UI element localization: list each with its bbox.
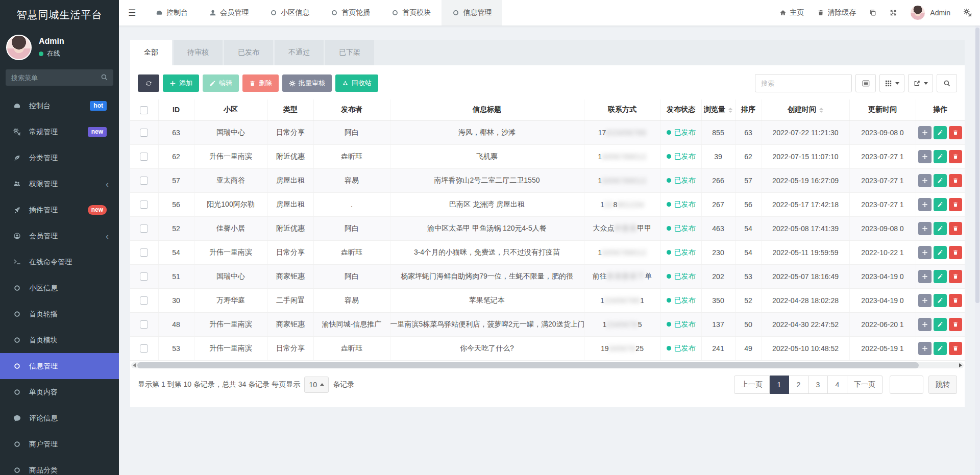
horizontal-scrollbar[interactable] <box>131 362 964 368</box>
edit-row-button[interactable] <box>934 150 947 163</box>
sort-icon[interactable] <box>819 108 823 113</box>
tab-pending[interactable]: 待审核 <box>174 40 223 65</box>
move-button[interactable] <box>918 270 932 283</box>
pagination-page-1[interactable]: 1 <box>770 376 789 394</box>
tab-rejected[interactable]: 不通过 <box>275 40 324 65</box>
edit-button[interactable]: 编辑 <box>203 74 239 92</box>
delete-row-button[interactable] <box>949 198 962 211</box>
tab-offline[interactable]: 已下架 <box>325 40 374 65</box>
detail-view-button[interactable] <box>855 74 876 92</box>
refresh-button[interactable] <box>138 74 159 92</box>
navbar-item-info-manage[interactable]: 信息管理 <box>442 0 502 26</box>
sidebar-item-info-manage[interactable]: 信息管理 <box>0 353 119 379</box>
clear-cache-link[interactable]: 清除缓存 <box>817 8 856 17</box>
edit-row-button[interactable] <box>934 342 947 355</box>
horizontal-scrollbar-thumb[interactable] <box>137 362 919 368</box>
delete-row-button[interactable] <box>949 150 962 163</box>
sort-icon[interactable] <box>728 108 732 113</box>
sidebar-item-command[interactable]: 在线命令管理 <box>0 249 119 275</box>
move-button[interactable] <box>918 222 932 235</box>
pagination-page-2[interactable]: 2 <box>789 376 808 394</box>
pagination-page-4[interactable]: 4 <box>828 376 847 394</box>
page-jump-button[interactable]: 跳转 <box>928 376 957 394</box>
move-button[interactable] <box>918 246 932 259</box>
navbar-item-dashboard[interactable]: 控制台 <box>145 0 199 26</box>
column-header[interactable]: 浏览量 <box>701 99 735 120</box>
row-checkbox[interactable] <box>140 153 148 161</box>
tab-published[interactable]: 已发布 <box>224 40 273 65</box>
columns-button[interactable] <box>879 74 904 92</box>
home-link[interactable]: 主页 <box>779 8 804 17</box>
delete-button[interactable]: 删除 <box>242 74 279 92</box>
row-checkbox[interactable] <box>140 129 148 137</box>
table-search-input[interactable] <box>755 74 852 92</box>
delete-row-button[interactable] <box>949 318 962 331</box>
move-button[interactable] <box>918 174 932 187</box>
fullscreen-icon[interactable] <box>890 9 897 16</box>
vertical-scrollbar[interactable] <box>975 26 980 475</box>
move-button[interactable] <box>918 150 932 163</box>
move-button[interactable] <box>918 342 932 355</box>
sidebar-item-home-module[interactable]: 首页模块 <box>0 327 119 353</box>
delete-row-button[interactable] <box>949 126 962 139</box>
row-checkbox[interactable] <box>140 177 148 185</box>
vertical-scrollbar-thumb[interactable] <box>975 28 979 303</box>
row-checkbox[interactable] <box>140 272 148 281</box>
add-button[interactable]: 添加 <box>163 74 199 92</box>
hamburger-menu-icon[interactable]: ☰ <box>119 0 145 26</box>
delete-row-button[interactable] <box>949 294 962 307</box>
export-button[interactable] <box>908 74 933 92</box>
pagination-prev[interactable]: 上一页 <box>734 376 770 394</box>
delete-row-button[interactable] <box>949 342 962 355</box>
edit-row-button[interactable] <box>934 270 947 283</box>
edit-row-button[interactable] <box>934 222 947 235</box>
page-jump-input[interactable] <box>890 376 923 394</box>
row-checkbox[interactable] <box>140 320 148 329</box>
move-button[interactable] <box>918 294 932 307</box>
edit-row-button[interactable] <box>934 198 947 211</box>
select-all-checkbox[interactable] <box>140 106 148 114</box>
scroll-right-arrow-icon[interactable] <box>959 363 962 367</box>
pagination-next[interactable]: 下一页 <box>847 376 883 394</box>
sidebar-item-goods-category[interactable]: 商品分类 <box>0 457 119 475</box>
delete-row-button[interactable] <box>949 174 962 187</box>
batch-audit-button[interactable]: 批量审核 <box>282 74 332 92</box>
per-page-dropdown[interactable]: 10 <box>304 377 329 393</box>
column-header[interactable]: 创建时间 <box>762 99 849 120</box>
row-checkbox[interactable] <box>140 248 148 257</box>
edit-row-button[interactable] <box>934 174 947 187</box>
recycle-bin-button[interactable]: 回收站 <box>335 74 378 92</box>
copy-icon[interactable] <box>869 9 876 16</box>
menu-search-input[interactable] <box>6 69 113 86</box>
row-checkbox[interactable] <box>140 224 148 233</box>
sidebar-item-comment-info[interactable]: 评论信息 <box>0 405 119 431</box>
delete-row-button[interactable] <box>949 270 962 283</box>
navbar-item-member[interactable]: 会员管理 <box>199 0 259 26</box>
move-button[interactable] <box>918 318 932 331</box>
navbar-item-community-info[interactable]: 小区信息 <box>259 0 320 26</box>
row-checkbox[interactable] <box>140 296 148 305</box>
delete-row-button[interactable] <box>949 246 962 259</box>
navbar-item-home-carousel[interactable]: 首页轮播 <box>320 0 381 26</box>
edit-row-button[interactable] <box>934 294 947 307</box>
move-button[interactable] <box>918 198 932 211</box>
pagination-page-3[interactable]: 3 <box>808 376 828 394</box>
move-button[interactable] <box>918 126 932 139</box>
sidebar-item-home-carousel[interactable]: 首页轮播 <box>0 301 119 327</box>
tab-all[interactable]: 全部 <box>130 40 172 65</box>
sidebar-item-auth[interactable]: 权限管理‹ <box>0 171 119 197</box>
sidebar-item-merchant[interactable]: 商户管理 <box>0 431 119 457</box>
sidebar-item-general[interactable]: 常规管理new <box>0 119 119 145</box>
sidebar-item-dashboard[interactable]: 控制台hot <box>0 93 119 119</box>
sidebar-item-member[interactable]: 会员管理‹ <box>0 223 119 249</box>
sidebar-item-category[interactable]: 分类管理 <box>0 145 119 171</box>
user-menu[interactable]: Admin <box>910 5 950 20</box>
row-checkbox[interactable] <box>140 344 148 353</box>
search-button[interactable] <box>937 74 957 92</box>
edit-row-button[interactable] <box>934 246 947 259</box>
sidebar-item-community-info[interactable]: 小区信息 <box>0 275 119 301</box>
edit-row-button[interactable] <box>934 318 947 331</box>
edit-row-button[interactable] <box>934 126 947 139</box>
scroll-left-arrow-icon[interactable] <box>133 363 136 367</box>
delete-row-button[interactable] <box>949 222 962 235</box>
